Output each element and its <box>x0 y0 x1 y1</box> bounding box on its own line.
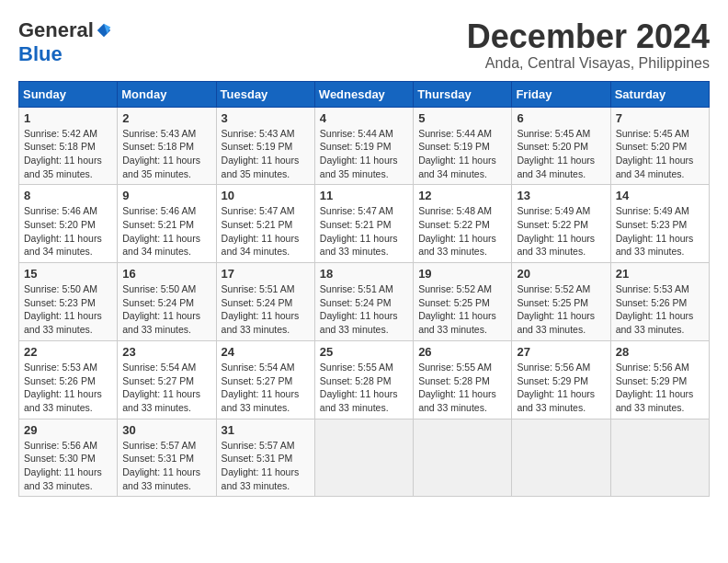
day-number: 26 <box>418 345 506 359</box>
table-row: 3Sunrise: 5:43 AMSunset: 5:19 PMDaylight… <box>216 107 314 185</box>
day-number: 1 <box>24 111 112 125</box>
calendar-table: Sunday Monday Tuesday Wednesday Thursday… <box>18 81 710 498</box>
calendar-header-row: Sunday Monday Tuesday Wednesday Thursday… <box>19 81 710 107</box>
cell-content: Sunrise: 5:53 AMSunset: 5:26 PMDaylight:… <box>24 361 112 415</box>
col-friday: Friday <box>512 81 610 107</box>
cell-content: Sunrise: 5:43 AMSunset: 5:19 PMDaylight:… <box>222 127 310 181</box>
col-saturday: Saturday <box>610 81 709 107</box>
table-row: 23Sunrise: 5:54 AMSunset: 5:27 PMDayligh… <box>118 340 216 419</box>
cell-content: Sunrise: 5:56 AMSunset: 5:29 PMDaylight:… <box>616 361 704 415</box>
day-number: 30 <box>122 423 210 437</box>
day-number: 12 <box>418 189 506 202</box>
table-row: 1Sunrise: 5:42 AMSunset: 5:18 PMDaylight… <box>19 107 118 185</box>
logo-blue: Blue <box>18 42 63 65</box>
day-number: 14 <box>616 189 704 202</box>
cell-content: Sunrise: 5:46 AMSunset: 5:20 PMDaylight:… <box>24 204 112 259</box>
table-row: 27Sunrise: 5:56 AMSunset: 5:29 PMDayligh… <box>512 340 610 419</box>
header: General Blue December 2024 Anda, Central… <box>18 18 710 72</box>
table-row: 18Sunrise: 5:51 AMSunset: 5:24 PMDayligh… <box>314 263 413 341</box>
cell-content: Sunrise: 5:47 AMSunset: 5:21 PMDaylight:… <box>320 204 408 259</box>
cell-content: Sunrise: 5:50 AMSunset: 5:23 PMDaylight:… <box>24 282 112 337</box>
table-row: 20Sunrise: 5:52 AMSunset: 5:25 PMDayligh… <box>512 263 610 341</box>
col-sunday: Sunday <box>19 81 118 107</box>
cell-content: Sunrise: 5:55 AMSunset: 5:28 PMDaylight:… <box>320 361 408 415</box>
table-row: 28Sunrise: 5:56 AMSunset: 5:29 PMDayligh… <box>610 340 709 419</box>
table-row: 2Sunrise: 5:43 AMSunset: 5:18 PMDaylight… <box>118 107 216 185</box>
cell-content: Sunrise: 5:54 AMSunset: 5:27 PMDaylight:… <box>122 361 210 415</box>
cell-content: Sunrise: 5:51 AMSunset: 5:24 PMDaylight:… <box>222 282 310 337</box>
table-row: 11Sunrise: 5:47 AMSunset: 5:21 PMDayligh… <box>314 185 413 263</box>
day-number: 20 <box>517 267 605 281</box>
cell-content: Sunrise: 5:53 AMSunset: 5:26 PMDaylight:… <box>616 282 704 337</box>
cell-content: Sunrise: 5:52 AMSunset: 5:25 PMDaylight:… <box>517 282 605 337</box>
table-row: 10Sunrise: 5:47 AMSunset: 5:21 PMDayligh… <box>216 185 314 263</box>
table-row: 21Sunrise: 5:53 AMSunset: 5:26 PMDayligh… <box>610 263 709 341</box>
table-row <box>610 419 709 497</box>
day-number: 11 <box>320 189 408 202</box>
day-number: 29 <box>24 423 112 437</box>
day-number: 22 <box>24 345 112 359</box>
table-row: 15Sunrise: 5:50 AMSunset: 5:23 PMDayligh… <box>19 263 118 341</box>
day-number: 25 <box>320 345 408 359</box>
cell-content: Sunrise: 5:52 AMSunset: 5:25 PMDaylight:… <box>418 282 506 337</box>
cell-content: Sunrise: 5:43 AMSunset: 5:18 PMDaylight:… <box>122 127 210 181</box>
day-number: 21 <box>616 267 704 281</box>
cell-content: Sunrise: 5:46 AMSunset: 5:21 PMDaylight:… <box>122 204 210 259</box>
day-number: 19 <box>418 267 506 281</box>
day-number: 4 <box>320 111 408 125</box>
day-number: 8 <box>24 189 112 202</box>
location-title: Anda, Central Visayas, Philippines <box>467 55 710 72</box>
day-number: 31 <box>222 423 310 437</box>
table-row: 29Sunrise: 5:56 AMSunset: 5:30 PMDayligh… <box>19 419 118 497</box>
cell-content: Sunrise: 5:56 AMSunset: 5:30 PMDaylight:… <box>24 439 112 493</box>
cell-content: Sunrise: 5:50 AMSunset: 5:24 PMDaylight:… <box>122 282 210 337</box>
table-row: 26Sunrise: 5:55 AMSunset: 5:28 PMDayligh… <box>414 340 512 419</box>
day-number: 2 <box>122 111 210 125</box>
table-row: 19Sunrise: 5:52 AMSunset: 5:25 PMDayligh… <box>414 263 512 341</box>
table-row: 24Sunrise: 5:54 AMSunset: 5:27 PMDayligh… <box>216 340 314 419</box>
cell-content: Sunrise: 5:49 AMSunset: 5:22 PMDaylight:… <box>517 204 605 259</box>
table-row: 31Sunrise: 5:57 AMSunset: 5:31 PMDayligh… <box>216 419 314 497</box>
cell-content: Sunrise: 5:55 AMSunset: 5:28 PMDaylight:… <box>418 361 506 415</box>
cell-content: Sunrise: 5:48 AMSunset: 5:22 PMDaylight:… <box>418 204 506 259</box>
col-tuesday: Tuesday <box>216 81 314 107</box>
table-row: 4Sunrise: 5:44 AMSunset: 5:19 PMDaylight… <box>314 107 413 185</box>
day-number: 5 <box>418 111 506 125</box>
day-number: 10 <box>222 189 310 202</box>
table-row: 30Sunrise: 5:57 AMSunset: 5:31 PMDayligh… <box>118 419 216 497</box>
logo-general: General <box>18 18 94 42</box>
table-row <box>414 419 512 497</box>
cell-content: Sunrise: 5:47 AMSunset: 5:21 PMDaylight:… <box>222 204 310 259</box>
title-section: December 2024 Anda, Central Visayas, Phi… <box>467 18 710 72</box>
table-row: 5Sunrise: 5:44 AMSunset: 5:19 PMDaylight… <box>414 107 512 185</box>
cell-content: Sunrise: 5:56 AMSunset: 5:29 PMDaylight:… <box>517 361 605 415</box>
table-row: 17Sunrise: 5:51 AMSunset: 5:24 PMDayligh… <box>216 263 314 341</box>
col-wednesday: Wednesday <box>314 81 413 107</box>
day-number: 15 <box>24 267 112 281</box>
table-row: 14Sunrise: 5:49 AMSunset: 5:23 PMDayligh… <box>610 185 709 263</box>
table-row: 22Sunrise: 5:53 AMSunset: 5:26 PMDayligh… <box>19 340 118 419</box>
day-number: 23 <box>122 345 210 359</box>
cell-content: Sunrise: 5:45 AMSunset: 5:20 PMDaylight:… <box>517 127 605 181</box>
table-row: 9Sunrise: 5:46 AMSunset: 5:21 PMDaylight… <box>118 185 216 263</box>
table-row <box>512 419 610 497</box>
table-row: 7Sunrise: 5:45 AMSunset: 5:20 PMDaylight… <box>610 107 709 185</box>
calendar-week-2: 8Sunrise: 5:46 AMSunset: 5:20 PMDaylight… <box>19 185 710 263</box>
logo-icon <box>96 22 112 39</box>
col-monday: Monday <box>118 81 216 107</box>
day-number: 28 <box>616 345 704 359</box>
day-number: 13 <box>517 189 605 202</box>
day-number: 7 <box>616 111 704 125</box>
cell-content: Sunrise: 5:45 AMSunset: 5:20 PMDaylight:… <box>616 127 704 181</box>
col-thursday: Thursday <box>414 81 512 107</box>
day-number: 6 <box>517 111 605 125</box>
calendar-week-5: 29Sunrise: 5:56 AMSunset: 5:30 PMDayligh… <box>19 419 710 497</box>
cell-content: Sunrise: 5:44 AMSunset: 5:19 PMDaylight:… <box>418 127 506 181</box>
logo: General Blue <box>18 18 114 66</box>
month-title: December 2024 <box>467 18 710 55</box>
table-row: 13Sunrise: 5:49 AMSunset: 5:22 PMDayligh… <box>512 185 610 263</box>
table-row: 16Sunrise: 5:50 AMSunset: 5:24 PMDayligh… <box>118 263 216 341</box>
day-number: 27 <box>517 345 605 359</box>
day-number: 16 <box>122 267 210 281</box>
calendar-week-1: 1Sunrise: 5:42 AMSunset: 5:18 PMDaylight… <box>19 107 710 185</box>
